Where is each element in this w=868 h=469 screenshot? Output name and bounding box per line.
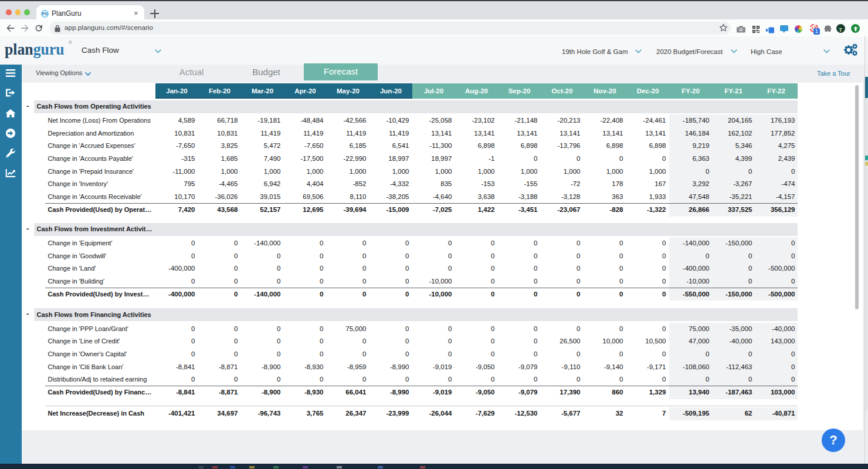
- svg-text:PG: PG: [42, 12, 48, 16]
